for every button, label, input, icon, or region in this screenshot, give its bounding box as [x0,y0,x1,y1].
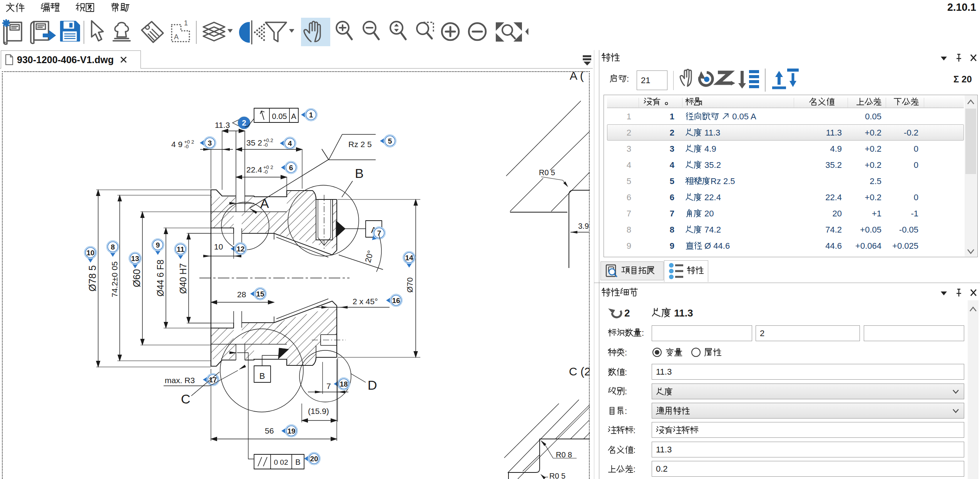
svg-text:22.4: 22.4 [246,165,262,174]
svg-text:19: 19 [287,427,295,435]
svg-text:11: 11 [177,245,185,253]
svg-text:-0: -0 [184,144,189,149]
svg-text:C (2: C (2 [569,365,590,378]
svg-text:11.3: 11.3 [215,121,230,129]
svg-text:14: 14 [405,254,413,262]
svg-text:6: 6 [289,164,293,172]
svg-text:4 9: 4 9 [171,140,182,149]
svg-text:B: B [355,166,364,181]
svg-text:7: 7 [326,382,331,390]
svg-text:3.9: 3.9 [578,222,589,230]
svg-text:20: 20 [310,455,318,463]
svg-text:max. R3: max. R3 [165,376,195,385]
svg-text:D: D [368,378,377,392]
svg-text:0 02: 0 02 [274,458,288,466]
svg-text:18: 18 [339,380,348,388]
svg-text:10: 10 [214,242,223,251]
svg-text:2: 2 [242,119,246,127]
svg-text:Ø78 5: Ø78 5 [87,265,98,291]
svg-text:74.2±0 05: 74.2±0 05 [110,261,119,297]
svg-text:Ø60: Ø60 [131,269,142,287]
svg-text:8: 8 [111,243,115,251]
svg-text:Ø40 H7: Ø40 H7 [178,263,188,294]
svg-text:B: B [259,371,265,381]
svg-text:B: B [295,458,300,466]
svg-text:5: 5 [388,137,392,145]
svg-text:A: A [291,112,296,121]
svg-text:13: 13 [131,255,139,263]
svg-text:R0 5: R0 5 [539,168,555,177]
svg-text:35 2: 35 2 [246,138,262,147]
svg-text:Ø44 6 F8: Ø44 6 F8 [156,260,166,296]
svg-text:A (: A ( [570,71,584,82]
svg-text:R0 8: R0 8 [556,451,572,459]
svg-text:3: 3 [208,139,212,147]
svg-text:A: A [174,33,179,41]
svg-text:R0 5: R0 5 [549,472,565,479]
svg-text:1: 1 [309,111,313,119]
svg-text:-0: -0 [263,169,268,175]
svg-text:20°: 20° [363,250,375,264]
svg-text:0.05: 0.05 [272,112,287,121]
svg-text:28: 28 [237,290,246,299]
svg-text:-0: -0 [263,142,268,148]
svg-text:56: 56 [265,426,274,435]
svg-text:15: 15 [256,290,264,298]
svg-text:2 x 45°: 2 x 45° [353,297,378,306]
svg-text:10: 10 [86,249,94,257]
svg-text:16: 16 [392,296,400,305]
svg-text:(15.9): (15.9) [308,407,329,415]
svg-text:A: A [260,196,269,211]
svg-text:1: 1 [184,19,188,27]
svg-text:Ø70: Ø70 [405,277,414,293]
svg-text:12: 12 [236,245,244,253]
svg-text:4: 4 [288,139,292,147]
svg-text:9: 9 [156,241,160,249]
svg-text:Rz 2 5: Rz 2 5 [348,140,372,149]
svg-text:C: C [181,392,191,406]
